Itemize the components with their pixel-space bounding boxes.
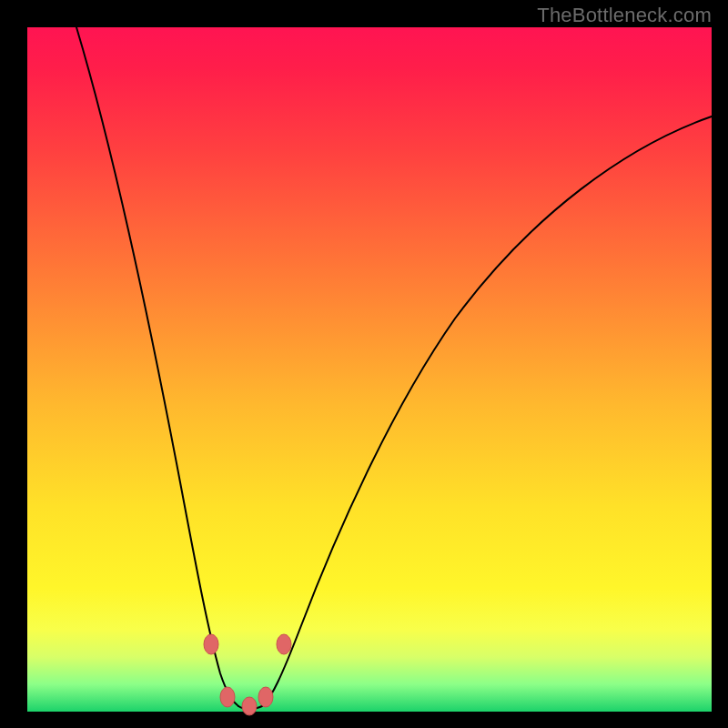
marker-2 — [220, 687, 235, 707]
marker-1 — [204, 634, 218, 654]
plot-area — [27, 27, 712, 712]
watermark-text: TheBottleneck.com — [537, 4, 712, 27]
curve-layer — [27, 27, 712, 712]
marker-3 — [242, 697, 257, 715]
curve-right-branch — [262, 116, 712, 706]
marker-5 — [277, 634, 291, 654]
marker-4 — [258, 687, 273, 707]
curve-left-branch — [76, 27, 238, 706]
outer-frame: TheBottleneck.com — [0, 0, 728, 728]
